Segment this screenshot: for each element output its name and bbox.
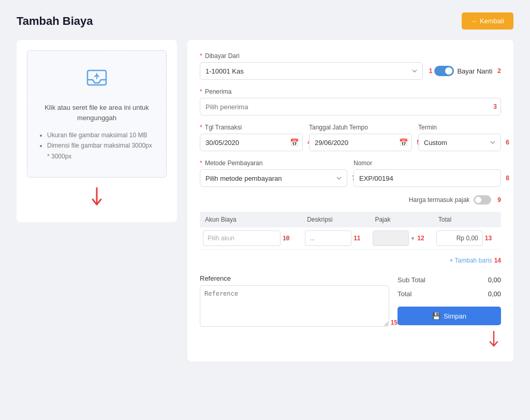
deskripsi-cell: 11 <box>302 227 370 250</box>
dibayar-dari-label: * Dibayar Dari <box>200 52 501 60</box>
tgl-controls: * Tgl Transaksi 30/05/2020 📅 4 Tanggal J… <box>200 124 501 151</box>
col-akun-header: Akun Biaya <box>200 212 302 227</box>
nomor-group: Nomor EXP/00194 8 <box>354 160 501 187</box>
pajak-cell: ▼ 12 <box>370 227 433 250</box>
field-num-13: 13 <box>485 235 492 242</box>
dibayar-dari-row: * Dibayar Dari 1-10001 Kas 1 <box>200 52 501 80</box>
expense-table: Akun Biaya Deskripsi Pajak Total Pilih a… <box>200 212 501 250</box>
deskripsi-input[interactable] <box>305 230 351 246</box>
akun-select[interactable]: Pilih akun <box>203 230 281 246</box>
total-value: 0,00 <box>488 290 501 298</box>
table-row: Pilih akun ▼ 10 11 <box>200 227 501 250</box>
total-cell: Rp 0,00 13 <box>433 227 501 250</box>
field-num-11: 11 <box>354 235 360 242</box>
reference-textarea[interactable] <box>200 285 389 327</box>
metode-nomor-row: * Metode Pembayaran Pilih metode pembaya… <box>200 160 501 187</box>
bayar-nanti-label: Bayar Nanti <box>457 67 492 75</box>
required-star-1: * <box>200 52 202 60</box>
field-num-15: 15 <box>391 319 398 326</box>
field-num-12: 12 <box>417 235 424 242</box>
dibayar-dari-select-wrap: 1-10001 Kas 1 <box>200 62 423 80</box>
penerima-row: * Penerima 3 <box>200 88 501 115</box>
sub-total-row: Sub Total 0,00 <box>398 274 501 285</box>
sub-total-value: 0,00 <box>488 276 501 284</box>
dibayar-dari-select[interactable]: 1-10001 Kas <box>200 62 423 80</box>
tanggal-row: * Tgl Transaksi 30/05/2020 📅 4 Tanggal J… <box>200 124 501 151</box>
reference-group: Reference 15 <box>200 274 389 349</box>
upload-dropzone[interactable]: Klik atau seret file ke area ini untuk m… <box>27 50 167 178</box>
save-arrow <box>487 330 501 349</box>
tgl-transaksi-group: * Tgl Transaksi 30/05/2020 📅 4 <box>200 124 303 151</box>
col-deskripsi-header: Deskripsi <box>302 212 370 227</box>
field-num-1: 1 <box>429 67 433 75</box>
simpan-button[interactable]: 💾 Simpan <box>398 307 501 325</box>
upload-panel: Klik atau seret file ke area ini untuk m… <box>17 40 177 222</box>
totals-group: Sub Total 0,00 Total 0,00 💾 Simpan <box>398 274 501 349</box>
reference-label: Reference <box>200 274 389 282</box>
page-header: Tambah Biaya ← Kembali <box>17 12 513 30</box>
total-row: Total 0,00 <box>398 288 501 299</box>
metode-group: * Metode Pembayaran Pilih metode pembaya… <box>200 160 347 187</box>
akun-cell: Pilih akun ▼ 10 <box>200 227 302 250</box>
field-num-9: 9 <box>497 196 501 204</box>
termin-group: Termin Custom 6 <box>418 124 501 151</box>
upload-icon <box>84 66 109 96</box>
bayar-nanti-toggle[interactable] <box>434 66 454 76</box>
tgl-jatuh-tempo-input[interactable]: 29/06/2020 <box>309 134 412 151</box>
dibayar-dari-controls: 1-10001 Kas 1 Bayar Nanti 2 <box>200 62 501 80</box>
field-num-14: 14 <box>494 257 501 264</box>
field-num-6: 6 <box>506 139 509 146</box>
metode-nomor-controls: * Metode Pembayaran Pilih metode pembaya… <box>200 160 501 187</box>
metode-label: * Metode Pembayaran <box>200 160 347 167</box>
kembali-button[interactable]: ← Kembali <box>462 12 513 30</box>
bottom-section: Reference 15 Sub Total 0,00 Total 0,00 <box>200 274 501 349</box>
total-label: Total <box>398 290 411 298</box>
penerima-input[interactable] <box>200 98 501 115</box>
tgl-transaksi-wrap: 30/05/2020 📅 4 <box>200 134 303 151</box>
save-icon: 💾 <box>432 312 440 320</box>
tgl-jatuh-tempo-wrap: 29/06/2020 📅 5 <box>309 134 412 151</box>
field-num-8: 8 <box>506 175 509 182</box>
upload-info-dimension: Dimensi file gambar maksimal 3000px * 30… <box>47 140 156 162</box>
page-title: Tambah Biaya <box>17 15 93 28</box>
harga-pajak-label: Harga termasuk pajak <box>409 196 469 204</box>
upload-info-list: Ukuran file gambar maksimal 10 MB Dimens… <box>38 130 156 162</box>
field-num-2: 2 <box>497 67 501 75</box>
calendar-icon-1: 📅 <box>290 138 299 147</box>
col-pajak-header: Pajak <box>370 212 433 227</box>
calendar-icon-2: 📅 <box>399 138 408 147</box>
tgl-transaksi-input[interactable]: 30/05/2020 <box>200 134 303 151</box>
penerima-label: * Penerima <box>200 88 501 95</box>
bayar-nanti-group: Bayar Nanti 2 <box>434 66 501 76</box>
simpan-label: Simpan <box>444 312 466 320</box>
nomor-input[interactable]: EXP/00194 <box>354 169 501 187</box>
harga-pajak-row: Harga termasuk pajak 9 <box>200 195 501 205</box>
form-panel: * Dibayar Dari 1-10001 Kas 1 <box>187 40 513 361</box>
total-input[interactable]: Rp 0,00 <box>436 230 483 246</box>
harga-pajak-toggle[interactable] <box>474 195 491 205</box>
sub-total-label: Sub Total <box>398 276 425 284</box>
termin-select[interactable]: Custom <box>418 134 501 151</box>
pajak-select[interactable] <box>373 230 409 246</box>
tgl-jatuh-tempo-group: Tanggal Jatuh Tempo 29/06/2020 📅 5 <box>309 124 412 151</box>
tgl-jatuh-tempo-label: Tanggal Jatuh Tempo <box>309 124 412 131</box>
main-content: Klik atau seret file ke area ini untuk m… <box>17 40 513 361</box>
add-row-button[interactable]: + Tambah baris <box>449 255 492 266</box>
termin-label: Termin <box>418 124 501 131</box>
col-total-header: Total <box>433 212 501 227</box>
field-num-3: 3 <box>493 103 497 110</box>
metode-select[interactable]: Pilih metode pembayaran <box>200 169 347 187</box>
tgl-transaksi-label: * Tgl Transaksi <box>200 124 303 131</box>
upload-instruction: Klik atau seret file ke area ini untuk m… <box>38 103 156 123</box>
upload-info-size: Ukuran file gambar maksimal 10 MB <box>47 130 156 140</box>
upload-arrow <box>89 186 105 212</box>
nomor-label: Nomor <box>354 160 501 167</box>
